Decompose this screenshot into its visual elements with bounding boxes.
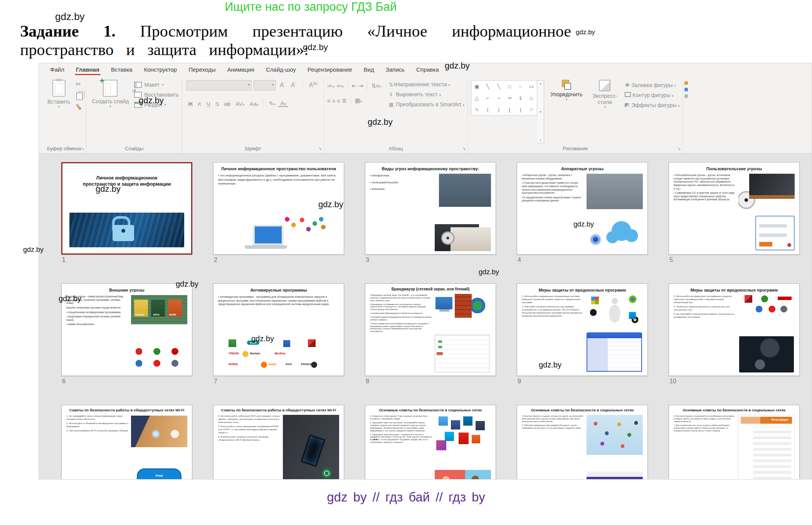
- tab-Конструктор[interactable]: Конструктор: [138, 64, 183, 76]
- align-left-icon[interactable]: ≡: [327, 97, 331, 104]
- tab-Файл[interactable]: Файл: [44, 64, 70, 76]
- shape-icon[interactable]: ): [498, 107, 499, 112]
- slide-thumbnail-10[interactable]: Меры защиты от вредоносных программ3. Ис…: [669, 283, 800, 376]
- shape-icon[interactable]: {: [509, 107, 510, 112]
- increase-indent-icon[interactable]: ⇥: [358, 82, 363, 89]
- shape-icon[interactable]: ∿: [475, 107, 479, 112]
- copy-icon[interactable]: [76, 92, 83, 100]
- align-center-icon[interactable]: ≡: [332, 97, 336, 104]
- shape-effects-icon: [625, 103, 630, 107]
- art-label: Регистрация: [771, 418, 788, 421]
- change-case-button[interactable]: Aa▾: [247, 101, 261, 107]
- slide-bullet: В определенной степени защитой может слу…: [522, 196, 584, 203]
- slide-thumbnail-15[interactable]: Основные советы по безопасности в социал…: [669, 405, 800, 479]
- align-right-icon[interactable]: ≡: [337, 97, 340, 104]
- tab-Вставка[interactable]: Вставка: [105, 64, 138, 76]
- shape-icon[interactable]: }: [519, 107, 521, 112]
- bold-button[interactable]: Ж: [185, 101, 195, 107]
- shape-icon[interactable]: ▭: [529, 84, 534, 89]
- slide-text: 4. Если вы говорите с людьми, которых не…: [522, 415, 584, 479]
- slide-thumbnail-14[interactable]: Основные советы по безопасности в социал…: [517, 405, 648, 479]
- slide-title: Основные советы по безопасности в социал…: [669, 405, 799, 414]
- slide-thumbnail-7[interactable]: Антивирусные программыАнтивирусные прогр…: [213, 283, 344, 376]
- slide-thumbnail-11[interactable]: Советы по безопасности работы в общедост…: [61, 405, 192, 479]
- increase-font-icon[interactable]: Aˆ: [278, 82, 287, 89]
- shape-icon[interactable]: ☆: [529, 107, 534, 112]
- text-shadow-button[interactable]: S: [213, 101, 221, 107]
- font-name-select[interactable]: [186, 80, 252, 91]
- tab-Переходы[interactable]: Переходы: [183, 64, 221, 76]
- cut-icon[interactable]: ✂: [76, 81, 81, 87]
- slide-thumbnail-3[interactable]: Виды угроз информационному пространству:…: [365, 162, 496, 255]
- shape-icon[interactable]: ¬: [497, 95, 500, 101]
- shape-icon[interactable]: ╲: [497, 84, 500, 89]
- bullets-icon[interactable]: ≔▾: [327, 82, 335, 89]
- shape-icon[interactable]: (: [487, 107, 488, 112]
- slide-thumbnail-13[interactable]: Основные советы по безопасности в социал…: [365, 405, 496, 479]
- shape-effects-button[interactable]: Эффекты фигуры ▾: [625, 102, 679, 108]
- tab-Слайд-шоу[interactable]: Слайд-шоу: [260, 64, 302, 76]
- slide-thumbnail-9[interactable]: Меры защиты от вредоносных программ1. Ис…: [517, 283, 648, 376]
- gdz-watermark: gdz.by: [55, 11, 85, 23]
- slide-thumbnail-8[interactable]: Брандмауэр (сетевой экран, или firewall)…: [365, 283, 496, 376]
- paragraph-dialog-launcher[interactable]: ↘: [462, 146, 466, 151]
- paste-button[interactable]: Вставить ▾: [45, 78, 72, 143]
- shape-icon[interactable]: ▣: [474, 84, 479, 89]
- font-dialog-launcher[interactable]: ↘: [318, 146, 322, 151]
- convert-smartart-button[interactable]: ▦Преобразовать в SmartArt ▾: [389, 101, 464, 107]
- shape-fill-button[interactable]: Заливка фигуры ▾: [625, 82, 679, 88]
- line-spacing-icon[interactable]: ⇅≡▾: [371, 82, 381, 89]
- shape-outline-button[interactable]: Контур фигуры ▾: [625, 92, 679, 98]
- tab-Справка[interactable]: Справка: [410, 64, 445, 76]
- layout-button[interactable]: Макет▾: [134, 82, 179, 88]
- underline-button[interactable]: Ч: [204, 101, 212, 107]
- justify-icon[interactable]: ≣: [342, 97, 347, 104]
- decrease-font-icon[interactable]: Aˇ: [289, 82, 298, 89]
- shape-icon[interactable]: ⇓: [518, 95, 523, 101]
- numbering-icon[interactable]: ≕▾: [336, 82, 344, 89]
- highlight-color-icon[interactable]: ✎▾: [266, 100, 277, 107]
- slide-title: Меры защиты от вредоносных программ: [517, 284, 647, 294]
- align-text-button[interactable]: ⇕Выровнять текст ▾: [389, 91, 464, 97]
- columns-icon[interactable]: ▦▾: [355, 97, 362, 104]
- slide-thumbnail-5[interactable]: Пользовательские угрозыПользовательские …: [669, 162, 800, 255]
- tab-Главная[interactable]: Главная: [70, 64, 105, 76]
- art-label: TREND: [229, 352, 239, 355]
- strikethrough-button[interactable]: ab: [222, 101, 233, 107]
- slide-thumbnail-1[interactable]: Личное информационное пространство и защ…: [61, 162, 192, 255]
- slide-number: 9: [517, 378, 648, 385]
- clear-formatting-icon[interactable]: A⌦: [307, 82, 319, 89]
- clipboard-dialog-launcher[interactable]: ↘: [81, 146, 84, 151]
- shape-icon[interactable]: ○: [519, 84, 522, 89]
- font-color-icon[interactable]: А▾: [278, 100, 289, 107]
- shape-icon[interactable]: ╲: [486, 84, 489, 89]
- slide-thumbnail-12[interactable]: Советы по безопасности работы в общедост…: [213, 405, 344, 479]
- character-spacing-button[interactable]: AV▾: [233, 101, 247, 107]
- tab-Анимация[interactable]: Анимация: [222, 64, 260, 76]
- decrease-indent-icon[interactable]: ⇤: [352, 82, 357, 89]
- shapes-gallery-scrollbar[interactable]: ▴▾≡: [537, 80, 544, 143]
- italic-button[interactable]: К: [196, 101, 204, 107]
- shape-icon[interactable]: ⌐: [486, 95, 489, 101]
- shape-icon[interactable]: ⇒: [508, 95, 512, 101]
- format-painter-icon[interactable]: [76, 104, 82, 110]
- new-slide-button[interactable]: Создать слайд ▾: [89, 78, 131, 143]
- cutoff-icon: [684, 81, 688, 85]
- quick-styles-button[interactable]: Экспресс-стили ▾: [588, 78, 621, 143]
- task-label: Задание 1.: [20, 22, 116, 40]
- text-direction-button[interactable]: ⇅AНаправление текста ▾: [389, 81, 464, 87]
- slide-thumbnail-4[interactable]: Аппаратные угрозыАппаратные угрозы - угр…: [517, 162, 648, 255]
- slide-cell: Личное информационное пространство и защ…: [61, 162, 192, 263]
- tab-Запись[interactable]: Запись: [380, 64, 410, 76]
- shape-icon[interactable]: ◇: [530, 95, 533, 101]
- shape-icon[interactable]: □: [508, 84, 511, 89]
- font-size-select[interactable]: [254, 80, 276, 91]
- art-label: VIRUS: [153, 314, 160, 316]
- drawing-dialog-launcher[interactable]: ↘: [677, 146, 681, 151]
- arrange-button[interactable]: Упорядочить ▾: [548, 78, 585, 143]
- slide-social2-image: [587, 415, 643, 479]
- shape-icon[interactable]: △: [475, 95, 479, 101]
- tab-Вид[interactable]: Вид: [358, 64, 380, 76]
- slide-bullet: Брандмауэр (сетевой экран, или firewall)…: [370, 294, 432, 302]
- tab-Рецензирование[interactable]: Рецензирование: [302, 64, 358, 76]
